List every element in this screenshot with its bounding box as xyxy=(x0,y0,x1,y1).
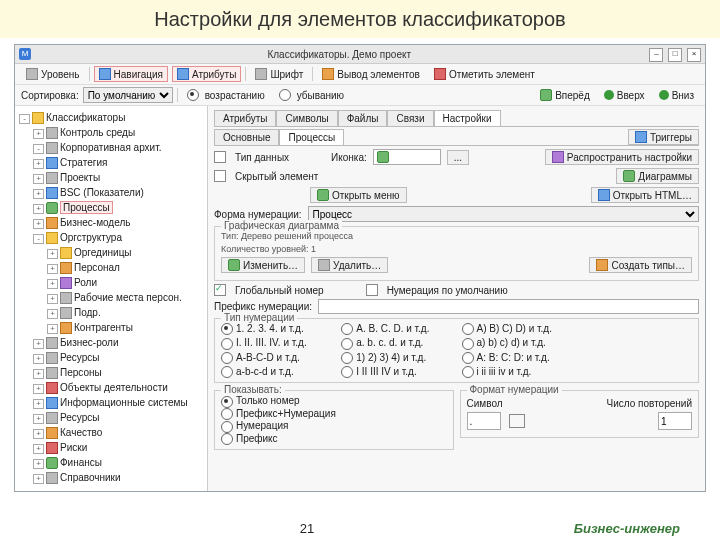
tree-item[interactable]: +Контрагенты xyxy=(47,320,205,335)
icon-label: Иконка: xyxy=(331,152,367,163)
tree-item[interactable]: +Справочники xyxy=(33,470,205,485)
form-select[interactable]: Процесс xyxy=(308,206,699,222)
brand-label: Бизнес-инженер xyxy=(574,521,680,536)
mark-element-button[interactable]: Отметить элемент xyxy=(429,66,540,82)
tree-item[interactable]: -Корпоративная архит. xyxy=(33,140,205,155)
tree-item[interactable]: +Бизнес-модель xyxy=(33,215,205,230)
tree-root[interactable]: -Классификаторы +Контроль среды -Корпора… xyxy=(19,110,205,485)
symbol-label: Символ xyxy=(467,398,503,409)
tree-item[interactable]: -Оргструктура +Оргединицы +Персонал +Рол… xyxy=(33,230,205,335)
tree-item[interactable]: +Подр. xyxy=(47,305,205,320)
quality-icon xyxy=(46,427,58,439)
tree-item[interactable]: +Персонал xyxy=(47,260,205,275)
tree-item[interactable]: +Риски xyxy=(33,440,205,455)
open-html-button[interactable]: Открыть HTML… xyxy=(591,187,699,203)
show-option[interactable]: Нумерация xyxy=(221,420,447,432)
folder-icon xyxy=(46,397,58,409)
arrow-up-icon xyxy=(604,90,614,100)
role-icon xyxy=(60,277,72,289)
icon-field[interactable] xyxy=(373,149,441,165)
show-option[interactable]: Префикс xyxy=(221,433,447,445)
window-min-button[interactable]: – xyxy=(649,48,663,62)
sort-select[interactable]: По умолчанию xyxy=(83,87,173,103)
num-option[interactable]: 1. 2. 3. 4. и т.д. xyxy=(221,323,331,335)
tree-item[interactable]: +BSC (Показатели) xyxy=(33,185,205,200)
num-option[interactable]: A. B. C. D. и т.д. xyxy=(341,323,451,335)
window-close-button[interactable]: × xyxy=(687,48,701,62)
attributes-button[interactable]: Атрибуты xyxy=(172,66,241,82)
tab-settings[interactable]: Настройки xyxy=(434,110,501,126)
triggers-button[interactable]: Триггеры xyxy=(628,129,699,145)
default-num-checkbox[interactable] xyxy=(366,284,378,296)
tree-item[interactable]: +Бизнес-роли xyxy=(33,335,205,350)
tree-item[interactable]: +Ресурсы xyxy=(33,410,205,425)
page-footer: 21 Бизнес-инженер xyxy=(0,521,720,536)
show-option[interactable]: Только номер xyxy=(221,395,447,407)
up-button[interactable]: Вверх xyxy=(599,88,650,103)
people-icon xyxy=(60,322,72,334)
diagrams-button[interactable]: Диаграммы xyxy=(616,168,699,184)
format-group: Формат нумерации Символ Число повторений xyxy=(460,390,700,438)
num-option[interactable]: a-b-c-d и т.д. xyxy=(221,366,331,378)
app-window: M Классификаторы. Демо проект – □ × Уров… xyxy=(14,44,706,492)
title-banner: Настройки для элементов классификаторов xyxy=(0,0,720,38)
num-option[interactable]: I. II. III. IV. и т.д. xyxy=(221,337,331,349)
tab-symbols[interactable]: Символы xyxy=(276,110,337,126)
tree-item[interactable]: +Финансы xyxy=(33,455,205,470)
tree-item[interactable]: +Роли xyxy=(47,275,205,290)
tab-attributes[interactable]: Атрибуты xyxy=(214,110,276,126)
subtab-processes[interactable]: Процессы xyxy=(279,129,344,145)
tree-item[interactable]: +Ресурсы xyxy=(33,350,205,365)
tab-links[interactable]: Связи xyxy=(387,110,433,126)
tree-item[interactable]: +Стратегия xyxy=(33,155,205,170)
num-option[interactable]: i ii iii iv и т.д. xyxy=(462,366,572,378)
forward-button[interactable]: Вперёд xyxy=(535,87,595,103)
classifier-tree[interactable]: -Классификаторы +Контроль среды -Корпора… xyxy=(15,106,208,491)
edit-button[interactable]: Изменить… xyxy=(221,257,305,273)
down-button[interactable]: Вниз xyxy=(654,88,699,103)
tree-item[interactable]: +Персоны xyxy=(33,365,205,380)
folder-icon xyxy=(46,157,58,169)
type-checkbox[interactable] xyxy=(214,151,226,163)
window-max-button[interactable]: □ xyxy=(668,48,682,62)
num-option[interactable]: A: B: C: D: и т.д. xyxy=(462,352,572,364)
sort-desc-button[interactable]: убыванию xyxy=(274,87,349,103)
hidden-checkbox[interactable] xyxy=(214,170,226,182)
global-num-checkbox[interactable] xyxy=(214,284,226,296)
sort-asc-button[interactable]: возрастанию xyxy=(182,87,270,103)
folder-icon xyxy=(60,247,72,259)
tree-item[interactable]: +Контроль среды xyxy=(33,125,205,140)
propagate-button[interactable]: Распространить настройки xyxy=(545,149,699,165)
font-button[interactable]: Шрифт xyxy=(250,66,308,82)
tree-item[interactable]: +Информационные системы xyxy=(33,395,205,410)
num-option[interactable]: 1) 2) 3) 4) и т.д. xyxy=(341,352,451,364)
symbol-input[interactable] xyxy=(467,412,501,430)
tree-item-selected[interactable]: +Процессы xyxy=(33,200,205,215)
icon-browse-button[interactable]: ... xyxy=(447,150,469,165)
prefix-label: Префикс нумерации: xyxy=(214,301,312,312)
elements-output-button[interactable]: Вывод элементов xyxy=(317,66,425,82)
tree-item[interactable]: +Рабочие места персон. xyxy=(47,290,205,305)
level-button[interactable]: Уровень xyxy=(21,66,85,82)
tree-item[interactable]: +Качество xyxy=(33,425,205,440)
delete-button[interactable]: Удалить… xyxy=(311,257,388,273)
num-option[interactable]: A-B-C-D и т.д. xyxy=(221,352,331,364)
num-option[interactable]: a. b. c. d. и т.д. xyxy=(341,337,451,349)
navigation-button[interactable]: Навигация xyxy=(94,66,168,82)
color-chip[interactable] xyxy=(509,414,525,428)
prefix-field[interactable] xyxy=(318,299,699,314)
show-option[interactable]: Префикс+Нумерация xyxy=(221,408,447,420)
tab-files[interactable]: Файлы xyxy=(338,110,388,126)
tree-item[interactable]: +Оргединицы xyxy=(47,245,205,260)
num-option[interactable]: a) b) c) d) и т.д. xyxy=(462,337,572,349)
subtab-basic[interactable]: Основные xyxy=(214,129,279,145)
tree-item[interactable]: +Проекты xyxy=(33,170,205,185)
tree-item[interactable]: +Объекты деятельности xyxy=(33,380,205,395)
num-option[interactable]: I II III IV и т.д. xyxy=(341,366,451,378)
open-menu-button[interactable]: Открыть меню xyxy=(310,187,407,203)
window-title: Классификаторы. Демо проект xyxy=(267,49,411,60)
repeat-input[interactable] xyxy=(658,412,692,430)
group-title: Графическая диаграмма xyxy=(221,220,342,231)
create-types-button[interactable]: Создать типы… xyxy=(589,257,692,273)
num-option[interactable]: A) B) C) D) и т.д. xyxy=(462,323,572,335)
